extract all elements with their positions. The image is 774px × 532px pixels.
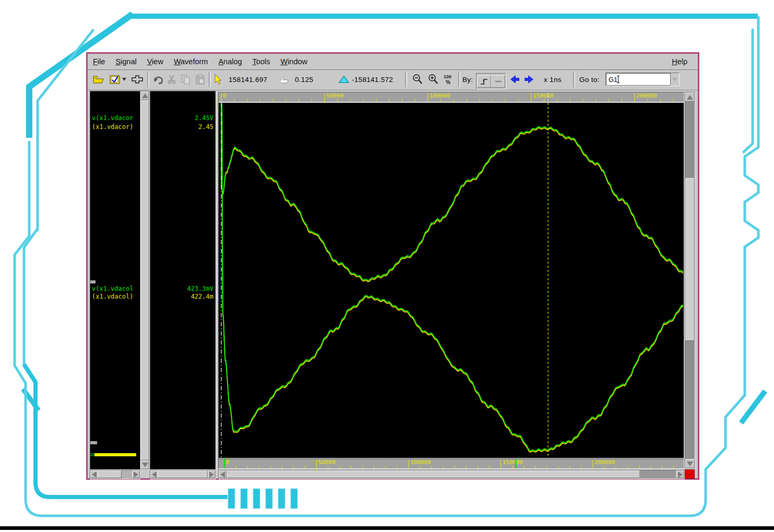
triangle-left-icon bbox=[220, 471, 225, 478]
dash-icon bbox=[494, 77, 503, 86]
signal-name[interactable]: v(x1.vdacol bbox=[92, 285, 139, 292]
bottom-ruler: 050000100000150000200000 bbox=[218, 458, 684, 469]
scroll-left-button[interactable] bbox=[219, 470, 227, 478]
scroll-up-button[interactable] bbox=[140, 91, 149, 100]
scrollbar-thumb[interactable] bbox=[158, 470, 208, 478]
scroll-right-button[interactable] bbox=[676, 470, 684, 478]
properties-dropdown[interactable] bbox=[122, 72, 126, 87]
toolbar-separator bbox=[147, 72, 149, 87]
zoom-full-button[interactable]: 100 % bbox=[443, 72, 456, 87]
cursor2-tool[interactable] bbox=[277, 72, 290, 87]
values-horizontal-scrollbar[interactable] bbox=[150, 470, 216, 479]
edge-step-button[interactable] bbox=[477, 75, 491, 88]
signal-name[interactable]: v(x1.vdacor bbox=[92, 114, 139, 122]
names-vertical-scrollbar[interactable] bbox=[140, 91, 150, 470]
goto-dropdown[interactable] bbox=[671, 73, 678, 86]
svg-text:100: 100 bbox=[444, 74, 451, 79]
signal-value: 2.45 bbox=[151, 123, 213, 131]
svg-text:50000: 50000 bbox=[326, 92, 343, 99]
menu-analog[interactable]: Analog bbox=[213, 57, 247, 66]
menu-file[interactable]: File bbox=[88, 57, 110, 66]
goto-input[interactable]: G1 bbox=[606, 73, 671, 86]
dash-button[interactable] bbox=[491, 75, 505, 88]
scrollbar-thumb[interactable] bbox=[685, 178, 695, 341]
svg-text:100000: 100000 bbox=[430, 92, 450, 99]
svg-text:150000: 150000 bbox=[533, 92, 554, 99]
delta-triangle-icon bbox=[338, 74, 350, 85]
zoom-100-icon: 100 % bbox=[443, 73, 456, 86]
text-caret bbox=[618, 76, 618, 83]
menu-window[interactable]: Window bbox=[275, 57, 313, 66]
menu-waveform[interactable]: Waveform bbox=[169, 57, 213, 66]
signal-names-panel[interactable]: v(x1.vdacor(x1.vdacor)v(x1.vdacol(x1.vda… bbox=[90, 91, 140, 470]
scroll-left-button[interactable] bbox=[90, 470, 98, 478]
svg-text:200000: 200000 bbox=[594, 459, 615, 466]
selection-bar bbox=[94, 453, 136, 456]
select-tool[interactable] bbox=[213, 72, 222, 87]
zoom-out-icon bbox=[411, 73, 424, 86]
menu-tools[interactable]: Tools bbox=[247, 57, 276, 66]
next-edge-button[interactable] bbox=[523, 72, 535, 87]
scrollbar-thumb[interactable] bbox=[98, 470, 122, 478]
zoom-out-button[interactable] bbox=[411, 72, 424, 87]
delta-value: -158141.572 bbox=[352, 76, 393, 84]
goto-value: G1 bbox=[609, 76, 617, 84]
waveform-plot[interactable]: 0500001000001500002000000500001000001500… bbox=[218, 92, 684, 469]
prev-edge-button[interactable] bbox=[508, 72, 521, 87]
paste-icon bbox=[194, 74, 207, 85]
scroll-right-button[interactable] bbox=[208, 470, 216, 478]
copy-button[interactable] bbox=[180, 72, 192, 87]
wave-horizontal-scrollbar[interactable] bbox=[218, 470, 685, 479]
waveform-viewer-window: FileSignalViewWaveformAnalogToolsWindowH… bbox=[86, 52, 699, 480]
properties-button[interactable] bbox=[109, 72, 121, 87]
names-horizontal-scrollbar[interactable] bbox=[90, 470, 140, 479]
scroll-up-button[interactable] bbox=[685, 92, 695, 102]
triangle-up-icon bbox=[142, 93, 148, 98]
signal-value: 422.4m bbox=[151, 293, 213, 300]
zoom-in-icon bbox=[427, 73, 439, 86]
overlay-button[interactable] bbox=[130, 72, 144, 87]
resize-corner-indicator[interactable] bbox=[685, 469, 695, 479]
triangle-up-icon bbox=[687, 95, 693, 100]
menu-help[interactable]: Help bbox=[666, 57, 693, 66]
open-folder-icon bbox=[92, 74, 104, 85]
cursor2-value: 0.125 bbox=[295, 76, 313, 84]
triangle-right-icon bbox=[209, 471, 214, 478]
menu-signal[interactable]: Signal bbox=[110, 57, 141, 66]
svg-text:0: 0 bbox=[226, 459, 230, 466]
bottom-black-bar bbox=[0, 526, 774, 530]
zoom-in-button[interactable] bbox=[427, 72, 439, 87]
signal-value: 2.45V bbox=[151, 114, 213, 122]
menu-view[interactable]: View bbox=[142, 57, 169, 66]
by-mode-box bbox=[476, 73, 506, 90]
scroll-right-button[interactable] bbox=[132, 470, 140, 478]
scrollbar-thumb[interactable] bbox=[140, 100, 149, 460]
signal-values-panel[interactable]: 2.45V2.45423.3mV422.4m bbox=[150, 91, 216, 470]
scissors-icon bbox=[166, 74, 177, 85]
triangle-down-icon bbox=[687, 462, 693, 466]
scrollbar-track-gap bbox=[639, 470, 676, 478]
signal-name[interactable]: (x1.vdacol) bbox=[92, 293, 139, 300]
cursor1-readout: 158141.697 bbox=[229, 72, 267, 87]
scroll-down-button[interactable] bbox=[685, 459, 695, 468]
plot-background[interactable] bbox=[218, 103, 684, 458]
triangle-down-icon bbox=[142, 463, 148, 467]
hand-cursor-icon bbox=[277, 73, 290, 86]
menu-bar: FileSignalViewWaveformAnalogToolsWindowH… bbox=[88, 54, 698, 70]
goto-label: Go to: bbox=[579, 76, 600, 84]
open-button[interactable] bbox=[92, 72, 104, 87]
scrollbar-thumb[interactable] bbox=[227, 470, 640, 478]
cursor1-value: 158141.697 bbox=[229, 76, 267, 84]
toolbar: 158141.697 0.125 -158141.572 bbox=[88, 70, 698, 90]
svg-text:%: % bbox=[446, 79, 450, 85]
scroll-down-button[interactable] bbox=[140, 460, 149, 469]
undo-button[interactable] bbox=[151, 72, 165, 87]
delta-readout: -158141.572 bbox=[352, 72, 393, 87]
paste-button[interactable] bbox=[194, 72, 207, 87]
scroll-left-button[interactable] bbox=[150, 470, 158, 478]
by-label: By: bbox=[462, 76, 473, 84]
row-handle bbox=[90, 280, 96, 283]
cut-button[interactable] bbox=[166, 72, 177, 87]
wave-vertical-scrollbar[interactable] bbox=[685, 92, 695, 469]
signal-name[interactable]: (x1.vdacor) bbox=[92, 123, 139, 131]
